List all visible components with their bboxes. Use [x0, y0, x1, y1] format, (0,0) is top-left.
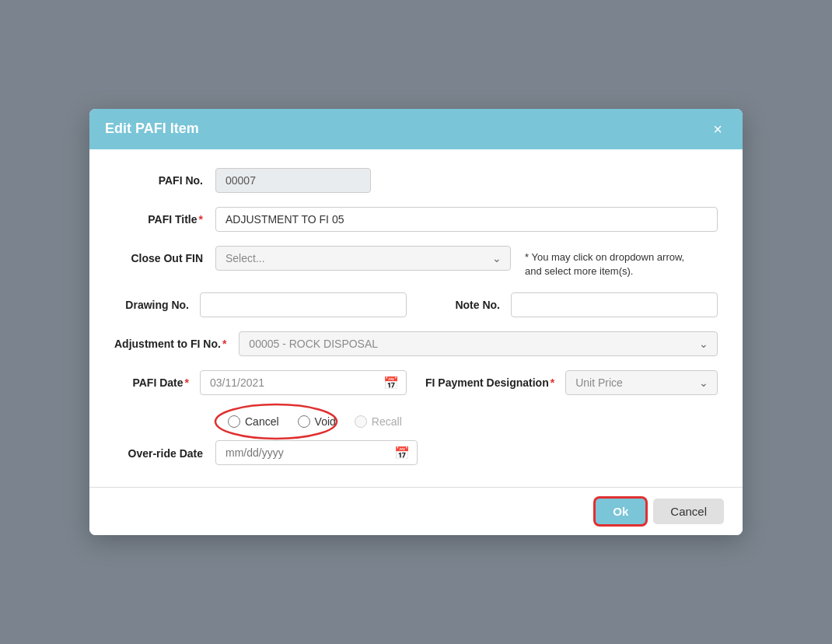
radio-recall-label: Recall	[372, 415, 402, 428]
pafi-date-label: PAFI Date*	[114, 376, 200, 389]
radio-cancel-item[interactable]: Cancel	[228, 415, 279, 428]
cancel-button[interactable]: Cancel	[653, 499, 724, 524]
modal-footer: Ok Cancel	[89, 487, 743, 535]
drawing-note-row: Drawing No. Note No.	[114, 292, 718, 317]
pafi-date-input[interactable]	[200, 370, 407, 395]
adjustment-fi-row: Adjustment to FI No.* 00005 - ROCK DISPO…	[114, 331, 718, 356]
override-date-row: Over-ride Date 📅	[114, 440, 718, 465]
fi-payment-label: FI Payment Designation*	[425, 376, 565, 389]
pafi-no-value: 00007	[215, 168, 371, 193]
pafi-title-input[interactable]	[215, 207, 718, 232]
override-date-input[interactable]	[215, 440, 418, 465]
close-out-fin-select[interactable]: Select...	[215, 246, 511, 271]
radio-cancel[interactable]	[228, 415, 240, 428]
close-out-fin-label: Close Out FIN	[114, 246, 215, 264]
pafi-title-row: PAFI Title*	[114, 207, 718, 232]
radio-void-item[interactable]: Void	[298, 415, 336, 428]
note-no-col: Note No.	[425, 292, 718, 317]
radio-void-label[interactable]: Void	[315, 415, 336, 428]
pafi-no-row: PAFI No. 00007	[114, 168, 718, 193]
note-no-input[interactable]	[511, 292, 718, 317]
pafi-date-wrapper: 📅	[200, 370, 407, 395]
adjustment-fi-select[interactable]: 00005 - ROCK DISPOSAL	[239, 331, 718, 356]
fi-payment-col: FI Payment Designation* Unit Price ⌄	[425, 370, 718, 395]
close-out-fin-row: Close Out FIN Select... ⌄ * You may clic…	[114, 246, 718, 278]
radio-cancel-label[interactable]: Cancel	[245, 415, 279, 428]
modal-title: Edit PAFI Item	[105, 121, 199, 137]
modal-body: PAFI No. 00007 PAFI Title* Close Out FIN…	[89, 149, 743, 487]
fi-payment-select[interactable]: Unit Price	[565, 370, 718, 395]
modal-overlay: Edit PAFI Item × PAFI No. 00007 PAFI Tit…	[0, 0, 832, 644]
radio-void[interactable]	[298, 415, 310, 428]
ok-button[interactable]: Ok	[596, 499, 645, 524]
pafi-date-col: PAFI Date* 📅	[114, 370, 407, 395]
date-payment-row: PAFI Date* 📅 FI Payment Designation* Uni…	[114, 370, 718, 395]
modal: Edit PAFI Item × PAFI No. 00007 PAFI Tit…	[89, 109, 743, 535]
fi-payment-wrapper: Unit Price ⌄	[565, 370, 718, 395]
modal-header: Edit PAFI Item ×	[89, 109, 743, 149]
pafi-no-label: PAFI No.	[114, 168, 215, 187]
drawing-no-col: Drawing No.	[114, 292, 407, 317]
modal-close-button[interactable]: ×	[708, 120, 727, 138]
radio-recall	[355, 415, 367, 428]
radio-recall-item: Recall	[355, 415, 402, 428]
adjustment-fi-wrapper: 00005 - ROCK DISPOSAL ⌄	[239, 331, 718, 356]
pafi-title-label: PAFI Title*	[114, 207, 215, 226]
close-out-fin-wrapper: Select... ⌄	[215, 246, 511, 271]
close-out-fin-hint: * You may click on dropdown arrow, and s…	[525, 246, 696, 278]
drawing-no-label: Drawing No.	[114, 299, 200, 311]
override-date-wrapper: 📅	[215, 440, 418, 465]
drawing-no-input[interactable]	[200, 292, 407, 317]
note-no-label: Note No.	[425, 299, 511, 311]
radio-group: Cancel Void Recall	[114, 409, 718, 434]
override-date-label: Over-ride Date	[114, 440, 215, 460]
adjustment-fi-label: Adjustment to FI No.*	[114, 331, 239, 350]
